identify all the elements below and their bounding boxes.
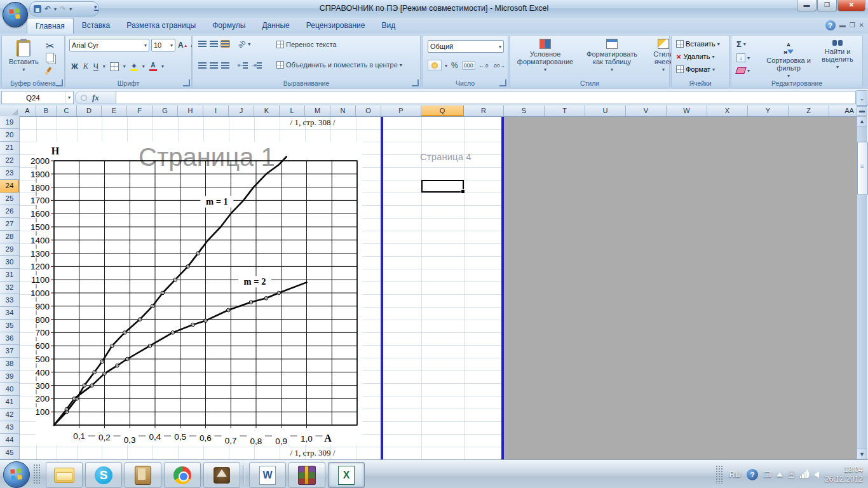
taskbar-button-chrome[interactable]: [164, 462, 201, 488]
row-header-45[interactable]: 45: [0, 447, 19, 459]
bold-button[interactable]: Ж: [71, 62, 79, 72]
column-header-X[interactable]: X: [707, 105, 748, 116]
row-header-25[interactable]: 25: [0, 193, 19, 205]
row-header-37[interactable]: 37: [0, 345, 19, 358]
column-header-F[interactable]: F: [127, 105, 153, 116]
language-indicator[interactable]: RU: [729, 470, 741, 479]
column-header-G[interactable]: G: [153, 105, 178, 116]
help-icon[interactable]: ?: [825, 20, 836, 30]
taskbar-button-skype[interactable]: S: [85, 462, 122, 488]
active-cell-Q24[interactable]: [421, 180, 464, 193]
column-header-R[interactable]: R: [464, 105, 504, 116]
row-header-38[interactable]: 38: [0, 358, 19, 370]
column-header-N[interactable]: N: [330, 105, 356, 116]
taskbar-button-winrar[interactable]: [288, 462, 325, 488]
row-header-31[interactable]: 31: [0, 269, 19, 281]
row-header-34[interactable]: 34: [0, 307, 19, 320]
row-header-30[interactable]: 30: [0, 256, 19, 269]
formula-input[interactable]: [116, 91, 856, 104]
workbook-restore-icon[interactable]: ❐: [850, 21, 855, 30]
scrollbar-split-handle[interactable]: ▬: [857, 106, 867, 116]
format-cells-button[interactable]: Формат▾: [676, 65, 715, 73]
insert-function-button[interactable]: fx: [92, 93, 99, 103]
column-header-C[interactable]: C: [57, 105, 77, 116]
insert-cells-button[interactable]: Вставить▾: [676, 40, 720, 48]
power-plug-icon[interactable]: ⌹: [789, 469, 794, 480]
office-button[interactable]: [3, 2, 28, 27]
volume-icon[interactable]: [814, 471, 819, 478]
taskbar-button-explorer[interactable]: [46, 462, 83, 488]
taskbar-button-excel[interactable]: X: [328, 462, 365, 488]
format-as-table-button[interactable]: Форматировать как таблицу▾: [579, 37, 645, 74]
taskbar-button-scroll[interactable]: [125, 462, 161, 488]
row-header-19[interactable]: 19: [0, 116, 19, 129]
workbook-minimize-icon[interactable]: ▬: [839, 21, 846, 30]
title-bar[interactable]: СПРАВОЧНИК по ПЭ [Режим совместимости] -…: [0, 0, 868, 18]
row-header-26[interactable]: 26: [0, 205, 19, 218]
cut-button[interactable]: ✂: [45, 39, 55, 53]
column-header-AA[interactable]: AA: [829, 105, 857, 116]
delete-cells-button[interactable]: ✕ Удалить▾: [676, 53, 714, 60]
scrollbar-thumb[interactable]: [857, 142, 868, 195]
column-header-J[interactable]: J: [229, 105, 254, 116]
column-header-A[interactable]: A: [19, 105, 36, 116]
clipboard-dialog-launcher-icon[interactable]: [56, 79, 63, 86]
tab-Разметка страницы[interactable]: Разметка страницы: [118, 18, 204, 34]
column-header-K[interactable]: K: [254, 105, 280, 116]
increase-indent-button[interactable]: ⇥: [250, 61, 262, 69]
align-left-button[interactable]: [198, 62, 207, 69]
tab-Вид[interactable]: Вид: [373, 18, 403, 34]
paste-button[interactable]: Вставить ▾: [6, 38, 42, 74]
row-header-29[interactable]: 29: [0, 243, 19, 256]
undo-icon[interactable]: ↶: [44, 3, 51, 15]
row-header-20[interactable]: 20: [0, 129, 19, 142]
tab-Данные[interactable]: Данные: [254, 18, 297, 34]
window-restore-tray-icon[interactable]: ❐: [764, 470, 771, 479]
close-button[interactable]: ✕: [837, 0, 865, 11]
customize-qat-icon[interactable]: ▾▔: [94, 4, 98, 17]
font-name-combo[interactable]: Arial Cyr▾: [69, 39, 149, 51]
tab-Вставка[interactable]: Вставка: [74, 18, 119, 34]
decrease-decimal-button[interactable]: .00→: [492, 62, 505, 69]
comma-style-button[interactable]: 000: [462, 61, 475, 70]
fill-handle[interactable]: [461, 189, 465, 194]
taskbar-button-word[interactable]: W: [249, 462, 286, 488]
merge-center-button[interactable]: Объединить и поместить в центре ▾: [276, 61, 402, 69]
formula-bar-expand-icon[interactable]: ⌄: [857, 90, 867, 105]
italic-button[interactable]: К: [83, 61, 89, 72]
row-header-33[interactable]: 33: [0, 294, 19, 307]
column-header-Z[interactable]: Z: [789, 105, 829, 116]
column-header-Q[interactable]: Q: [421, 105, 464, 116]
fill-button[interactable]: ↓▾: [736, 53, 750, 62]
taskbar-button-ship[interactable]: [203, 462, 240, 488]
row-header-22[interactable]: 22: [0, 154, 19, 167]
tab-Главная[interactable]: Главная: [27, 18, 74, 34]
find-select-button[interactable]: Найти и выделить▾: [811, 38, 864, 72]
workbook-close-icon[interactable]: ✕: [859, 21, 864, 30]
start-button[interactable]: [3, 461, 30, 488]
column-header-I[interactable]: I: [203, 105, 229, 116]
align-bottom-button[interactable]: [220, 40, 230, 48]
select-all-corner[interactable]: [0, 105, 20, 117]
row-header-42[interactable]: 42: [0, 409, 19, 421]
row-header-36[interactable]: 36: [0, 332, 19, 345]
align-top-button[interactable]: [198, 40, 207, 48]
column-header-Y[interactable]: Y: [748, 105, 789, 116]
scrollbar-track[interactable]: [857, 126, 867, 449]
scroll-up-icon[interactable]: ▲: [857, 116, 867, 126]
column-header-V[interactable]: V: [626, 105, 667, 116]
percent-style-button[interactable]: %: [451, 60, 459, 71]
column-header-L[interactable]: L: [280, 105, 305, 116]
column-header-W[interactable]: W: [667, 105, 707, 116]
row-header-32[interactable]: 32: [0, 281, 19, 294]
autosum-button[interactable]: Σ▾: [736, 39, 746, 49]
column-header-O[interactable]: O: [356, 105, 381, 116]
font-dialog-launcher-icon[interactable]: [183, 79, 190, 86]
column-header-U[interactable]: U: [585, 105, 626, 116]
scroll-down-icon[interactable]: ▼: [857, 449, 867, 459]
row-header-41[interactable]: 41: [0, 396, 19, 409]
sort-filter-button[interactable]: АЯ Сортировка и фильтр▾: [761, 38, 817, 81]
name-box[interactable]: Q24 ▾: [1, 91, 74, 104]
save-icon[interactable]: [34, 5, 41, 13]
help-badge-icon[interactable]: ?: [747, 469, 758, 480]
